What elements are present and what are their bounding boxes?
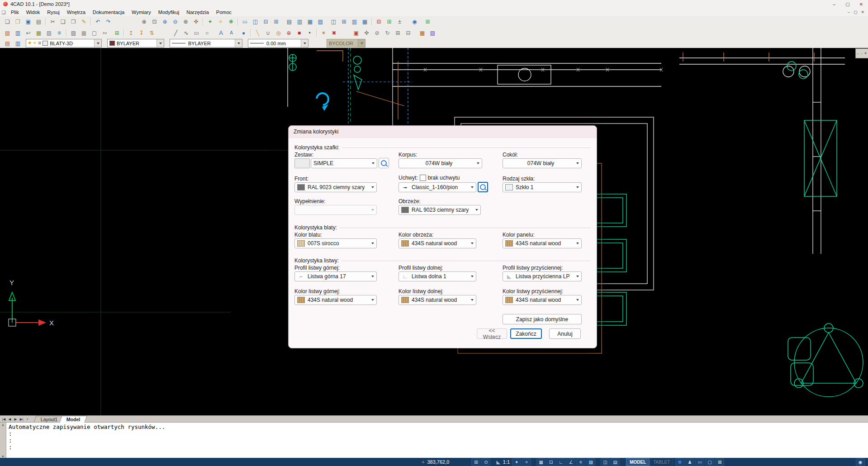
- model-space-toggle[interactable]: MODEL: [626, 458, 650, 466]
- quick-properties-icon[interactable]: ▤: [611, 458, 620, 466]
- tablet-toggle[interactable]: TABLET: [650, 458, 673, 466]
- save-icon[interactable]: ▣: [23, 17, 33, 27]
- zestaw-combo[interactable]: SIMPLE: [311, 158, 377, 168]
- annotation-scale-value[interactable]: 1:1: [503, 459, 510, 465]
- menu-rysuj[interactable]: Rysuj: [43, 8, 63, 16]
- grid-off-icon[interactable]: ⊟: [403, 28, 413, 38]
- osnap-intersection-icon[interactable]: ✶: [318, 28, 329, 38]
- monitor-icon[interactable]: ▢: [705, 458, 714, 466]
- zestaw-browse-button[interactable]: [379, 158, 389, 168]
- paste-icon[interactable]: ❒: [68, 17, 79, 27]
- annotation-visibility-icon[interactable]: ✦: [512, 458, 521, 466]
- command-close-icon[interactable]: ×: [2, 423, 4, 428]
- draworder-front-icon[interactable]: ↥: [126, 28, 136, 38]
- layer-combo[interactable]: ✺☀⊠ BLATY-3D: [26, 39, 102, 48]
- menu-dokumentacja[interactable]: Dokumentacja: [89, 8, 128, 16]
- dynamic-ucs-icon[interactable]: ⊞: [471, 458, 480, 466]
- plot-icon[interactable]: ▤: [33, 17, 44, 27]
- profil-dolnej-combo[interactable]: ∟ Listwa dolna 1: [398, 271, 476, 281]
- rectangle-icon[interactable]: ▭: [191, 28, 202, 38]
- menu-plik[interactable]: Plik: [7, 8, 23, 16]
- menu-pomoc[interactable]: Pomoc: [213, 8, 235, 16]
- image-frame-icon[interactable]: ▦: [417, 28, 427, 38]
- zoom-window-icon[interactable]: ⊡: [149, 17, 160, 27]
- viewport-3a-icon[interactable]: ▤: [284, 17, 294, 27]
- disable-icon[interactable]: ⊘: [372, 28, 382, 38]
- brak-uchwytu-checkbox[interactable]: [420, 175, 426, 181]
- menu-narzedzia[interactable]: Narzędzia: [183, 8, 213, 16]
- copy-icon[interactable]: ❑: [58, 17, 68, 27]
- osnap-point-icon[interactable]: •: [304, 28, 315, 38]
- boundary-icon[interactable]: ▢: [89, 28, 100, 38]
- regen-icon[interactable]: ✧: [215, 17, 226, 27]
- status-options-icon[interactable]: ◉: [856, 458, 865, 466]
- layer-properties-icon[interactable]: ▤: [2, 28, 13, 38]
- user-icon[interactable]: ♟: [685, 458, 694, 466]
- match-properties-icon[interactable]: ✎: [79, 17, 89, 27]
- menu-modyfikuj[interactable]: Modyfikuj: [155, 8, 183, 16]
- viewport-4-icon[interactable]: ⊞: [271, 17, 281, 27]
- kolor-panelu-combo[interactable]: 434S natural wood: [503, 238, 582, 248]
- uchwyt-browse-button[interactable]: [478, 182, 488, 192]
- hatch-icon[interactable]: ▨: [68, 28, 79, 38]
- viewport-join-icon[interactable]: ◫: [328, 17, 339, 27]
- viewport-named-icon[interactable]: ▥: [349, 17, 360, 27]
- szklo-combo[interactable]: Szkło 1: [503, 182, 582, 192]
- aerial-view-icon[interactable]: ◉: [409, 17, 420, 27]
- document-icon[interactable]: ❏: [0, 10, 7, 15]
- table-icon[interactable]: ⊞: [112, 28, 122, 38]
- tab-nav-button-1[interactable]: ◀: [7, 417, 13, 421]
- grid-on-icon[interactable]: ⊞: [393, 28, 403, 38]
- osnap-center-icon[interactable]: ◎: [273, 28, 284, 38]
- draworder-swap-icon[interactable]: ⇅: [147, 28, 157, 38]
- viewport-border-icon[interactable]: ▣: [351, 28, 361, 38]
- polyline-icon[interactable]: ∿: [181, 28, 191, 38]
- linetype-combo[interactable]: BYLAYER: [170, 39, 242, 48]
- rotate-icon[interactable]: ↻: [382, 28, 393, 38]
- layer-freeze-icon[interactable]: ❄: [54, 28, 65, 38]
- viewport-clip-add-icon[interactable]: ⊞: [384, 17, 394, 27]
- viewport-clip-remove-icon[interactable]: ⊟: [374, 17, 384, 27]
- korpus-combo[interactable]: 074W biały: [398, 158, 482, 168]
- layer-translate-icon[interactable]: ▥: [13, 38, 23, 48]
- transparency-icon[interactable]: ▨: [586, 458, 595, 466]
- finish-button[interactable]: Zakończ: [510, 328, 542, 339]
- redraw-icon[interactable]: ✦: [205, 17, 215, 27]
- annotation-autoscale-icon[interactable]: ✧: [522, 458, 531, 466]
- color-combo[interactable]: BYLAYER: [107, 39, 164, 48]
- new-file-icon[interactable]: ❏: [2, 17, 13, 27]
- menu-wnetrza[interactable]: Wnętrza: [63, 8, 89, 16]
- layers-dialog-icon[interactable]: ▤: [2, 38, 13, 48]
- tab-nav-button-4[interactable]: +: [24, 417, 30, 421]
- circle-icon[interactable]: ○: [202, 28, 212, 38]
- cokol-combo[interactable]: 074W biały: [503, 158, 582, 168]
- kolor-dolnej-combo[interactable]: 434S natural wood: [398, 295, 476, 305]
- zoom-in-icon[interactable]: ⊕: [160, 17, 170, 27]
- viewport-single-icon[interactable]: ▭: [240, 17, 250, 27]
- render-chart-icon[interactable]: ▧: [427, 28, 438, 38]
- osnap-none-icon[interactable]: ✖: [329, 28, 339, 38]
- osnap-node-icon[interactable]: ⊕: [284, 28, 294, 38]
- mdi-minimize-button[interactable]: –: [848, 10, 850, 14]
- osnap-toggle-icon[interactable]: ⊙: [481, 458, 490, 466]
- menu-widok[interactable]: Widok: [23, 8, 44, 16]
- viewport-close-button[interactable]: ✕: [864, 52, 867, 55]
- zoom-extents-icon[interactable]: ⊛: [180, 17, 191, 27]
- regen-all-icon[interactable]: ❋: [226, 17, 236, 27]
- front-combo[interactable]: RAL 9023 ciemny szary: [294, 182, 377, 192]
- sheet-grid-icon[interactable]: ⊞: [422, 17, 433, 27]
- save-as-default-button[interactable]: Zapisz jako domyślne: [503, 314, 582, 324]
- kolor-obrzeza-combo[interactable]: 434S natural wood: [398, 238, 476, 248]
- viewport-restore-icon[interactable]: ⊞: [339, 17, 349, 27]
- profil-przysciennej-combo[interactable]: ◣ Listwa przyścienna LP: [503, 271, 582, 281]
- minimize-button[interactable]: –: [827, 0, 841, 8]
- tablet-mode-icon[interactable]: ▭: [695, 458, 704, 466]
- profil-gornej-combo[interactable]: ⌐ Listwa górna 17: [294, 271, 377, 281]
- layer-previous-icon[interactable]: ↩: [23, 28, 33, 38]
- viewport-2h-icon[interactable]: ⊟: [261, 17, 271, 27]
- kolor-blatu-combo[interactable]: 007S sirocco: [294, 238, 377, 248]
- lineweight-combo[interactable]: 0.00 mm: [248, 39, 308, 48]
- layer-off-icon[interactable]: ▧: [44, 28, 54, 38]
- linetype-combo-arrow[interactable]: [235, 39, 242, 47]
- viewport-2v-icon[interactable]: ◫: [250, 17, 261, 27]
